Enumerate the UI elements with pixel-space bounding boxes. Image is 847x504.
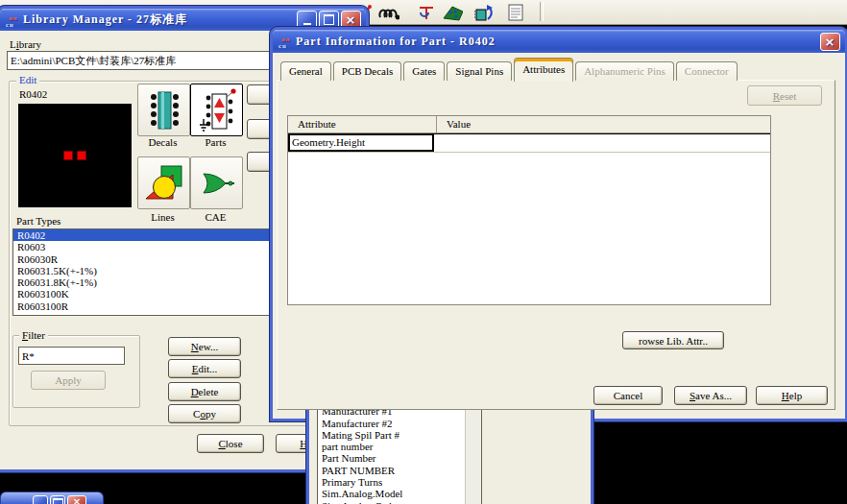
- app-icon: an cu: [278, 35, 292, 48]
- decals-label: Decals: [137, 136, 188, 148]
- grid-header: Attribute Value: [288, 116, 770, 133]
- preview-pad: [77, 151, 86, 160]
- edit-button[interactable]: Edit...: [168, 359, 241, 378]
- maximize-button[interactable]: [50, 495, 65, 504]
- minimize-button[interactable]: [33, 495, 48, 504]
- attribute-item[interactable]: Sim.Analog.Model: [318, 488, 466, 499]
- part-preview: [18, 104, 132, 207]
- reset-button[interactable]: Reset: [747, 85, 822, 106]
- pin-icon[interactable]: [415, 2, 436, 23]
- delete-button[interactable]: Delete: [168, 382, 241, 401]
- attribute-cell[interactable]: Geometry.Height: [288, 133, 434, 152]
- new-button[interactable]: New...: [168, 337, 241, 356]
- toolbar-separator: [540, 2, 544, 21]
- lines-icon: [143, 162, 185, 204]
- part-information-body: GeneralPCB DecalsGatesSignal PinsAttribu…: [273, 53, 845, 413]
- help-button[interactable]: Help: [756, 386, 828, 405]
- tab[interactable]: Gates: [403, 61, 445, 81]
- tab[interactable]: Connector: [676, 61, 738, 81]
- svg-text:cu: cu: [6, 21, 14, 27]
- app-icon: an cu: [5, 13, 19, 27]
- grid-row: Geometry.Height: [288, 133, 770, 153]
- library-label: Library: [10, 38, 41, 50]
- tab[interactable]: Alphanumeric Pins: [575, 61, 674, 81]
- decals-button[interactable]: [137, 84, 190, 136]
- close-icon[interactable]: ×: [67, 495, 86, 504]
- value-cell[interactable]: [434, 133, 770, 152]
- filter-label: Filter: [19, 330, 48, 341]
- svg-text:cu: cu: [278, 42, 287, 48]
- attribute-item[interactable]: part number: [318, 441, 466, 452]
- current-part-name: R0402: [19, 88, 47, 100]
- column-header-attribute[interactable]: Attribute: [288, 116, 437, 132]
- tab[interactable]: Signal Pins: [447, 61, 512, 81]
- column-header-value[interactable]: Value: [437, 116, 770, 132]
- tab[interactable]: Attributes: [514, 58, 573, 82]
- tab[interactable]: General: [280, 61, 331, 81]
- tab-strip: GeneralPCB DecalsGatesSignal PinsAttribu…: [280, 58, 738, 81]
- attribute-item[interactable]: PART NUMBER: [318, 465, 466, 476]
- cae-label: CAE: [190, 211, 241, 223]
- window-title: Library Manager - 27标准库: [23, 12, 293, 28]
- part-information-titlebar[interactable]: an cu Part Information for Part - R0402 …: [273, 30, 845, 53]
- parts-label: Parts: [190, 136, 241, 148]
- minimized-window-titlebar[interactable]: ×: [0, 492, 104, 504]
- attribute-item[interactable]: Part Number: [318, 452, 466, 464]
- cancel-button[interactable]: Cancel: [593, 386, 663, 405]
- close-button[interactable]: Close: [197, 434, 264, 453]
- part-information-dialog: an cu Part Information for Part - R0402 …: [270, 27, 847, 421]
- preview-pad: [63, 151, 73, 160]
- close-icon[interactable]: ×: [820, 33, 840, 51]
- lines-button[interactable]: [137, 156, 190, 209]
- report-icon[interactable]: [505, 2, 526, 23]
- lines-label: Lines: [137, 211, 188, 223]
- tab[interactable]: PCB Decals: [333, 61, 401, 81]
- dialog-title: Part Information for Part - R0402: [296, 35, 816, 49]
- copy-button[interactable]: Copy: [168, 404, 241, 423]
- ic-arrow-icon[interactable]: [474, 2, 496, 23]
- cae-icon: [196, 162, 238, 204]
- browse-lib-attr-button[interactable]: rowse Lib. Attr..: [622, 331, 724, 349]
- attribute-item[interactable]: Primary Turns: [318, 476, 466, 488]
- attribute-item[interactable]: Mating Spil Part #: [318, 429, 466, 441]
- edit-group-label: Edit: [16, 75, 39, 85]
- board-icon[interactable]: [442, 2, 463, 23]
- decals-icon: [145, 89, 183, 132]
- attribute-item[interactable]: Sim.Analog.Order: [318, 500, 466, 504]
- attributes-grid[interactable]: Attribute Value Geometry.Height: [287, 115, 771, 305]
- apply-button[interactable]: Apply: [31, 371, 106, 390]
- coil-icon[interactable]: [378, 2, 399, 23]
- parts-button[interactable]: [190, 84, 243, 136]
- save-as-button[interactable]: Save As...: [674, 386, 747, 405]
- attribute-item[interactable]: Manufacturer #2: [318, 418, 466, 429]
- cae-button[interactable]: [190, 156, 243, 209]
- parts-icon: [196, 88, 238, 132]
- part-types-label: Part Types: [16, 215, 60, 227]
- desktop: { "app": { "toolbar_icons": ["traces-ico…: [0, 0, 847, 504]
- filter-input[interactable]: [18, 347, 125, 365]
